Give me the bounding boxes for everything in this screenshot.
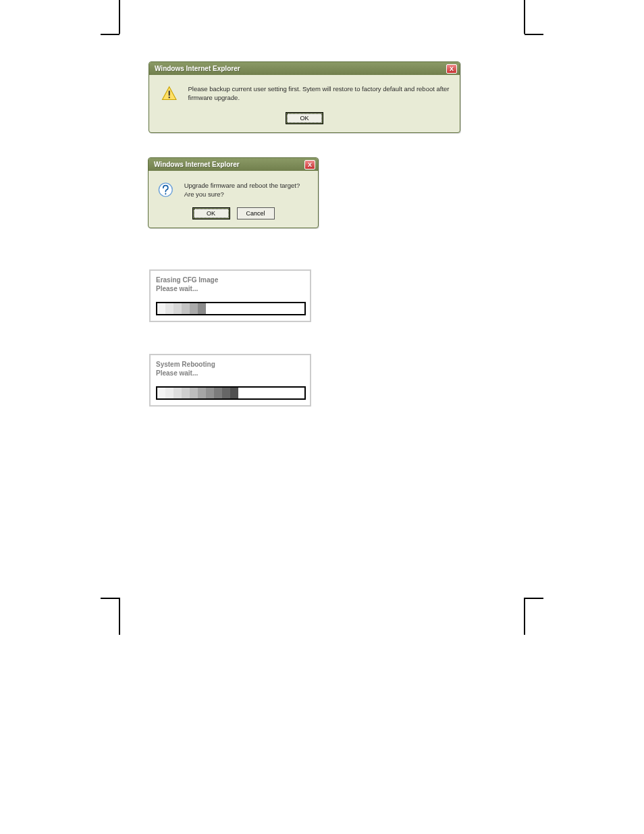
progress-segment [182,303,190,314]
ok-button[interactable]: OK [286,112,323,124]
dialog-titlebar[interactable]: Windows Internet Explorer X [149,62,460,75]
close-button[interactable]: X [446,64,457,74]
progress-bar [156,386,306,400]
crop-mark [525,598,543,599]
progress-segment [157,388,165,398]
progress-segment [214,388,222,398]
crop-mark [119,598,120,635]
progress-bar [156,302,306,315]
progress-segment [198,388,206,398]
progress-segment [165,303,173,314]
crop-mark [524,0,525,34]
panel-subtitle: Please wait... [156,285,304,292]
crop-mark [525,34,543,35]
warning-icon [161,84,177,102]
dialog-buttons: OK Cancel [149,203,318,228]
dialog-titlebar[interactable]: Windows Internet Explorer X [149,158,318,171]
progress-segment [173,303,182,314]
crop-mark [101,34,119,35]
backup-warning-dialog: Windows Internet Explorer X Please backu… [149,61,460,133]
progress-segment [222,388,230,398]
crop-mark [524,598,525,635]
panel-title: System Rebooting [156,361,304,368]
panel-title: Erasing CFG Image [156,276,304,284]
close-icon: X [308,161,312,168]
dialog-buttons: OK [149,108,460,132]
progress-segment [198,303,206,314]
ok-button[interactable]: OK [192,207,230,219]
progress-segment [230,388,238,398]
dialog-body: Please backup current user setting first… [149,75,460,108]
cancel-button[interactable]: Cancel [237,207,275,219]
progress-segment [206,388,214,398]
close-icon: X [450,66,454,72]
dialog-message: Please backup current user setting first… [188,84,452,103]
progress-segment [190,388,198,398]
svg-rect-1 [169,91,170,96]
crop-mark [119,0,120,34]
progress-segment [190,303,198,314]
svg-point-4 [165,193,166,194]
progress-segment [173,388,182,398]
dialog-title: Windows Internet Explorer [154,161,240,168]
crop-mark [101,598,119,599]
system-rebooting-panel: System Rebooting Please wait... [149,354,311,407]
question-icon [158,180,173,199]
confirm-upgrade-dialog: Windows Internet Explorer X Upgrade firm… [148,157,319,228]
erasing-cfg-panel: Erasing CFG Image Please wait... [149,269,311,322]
dialog-title: Windows Internet Explorer [155,65,240,72]
progress-segment [182,388,190,398]
progress-segment [165,388,173,398]
progress-segment [157,303,165,314]
panel-subtitle: Please wait... [156,369,304,377]
svg-rect-2 [169,97,170,98]
close-button[interactable]: X [304,160,315,170]
dialog-message: Upgrade firmware and reboot the target? … [184,181,311,199]
dialog-body: Upgrade firmware and reboot the target? … [149,171,318,203]
